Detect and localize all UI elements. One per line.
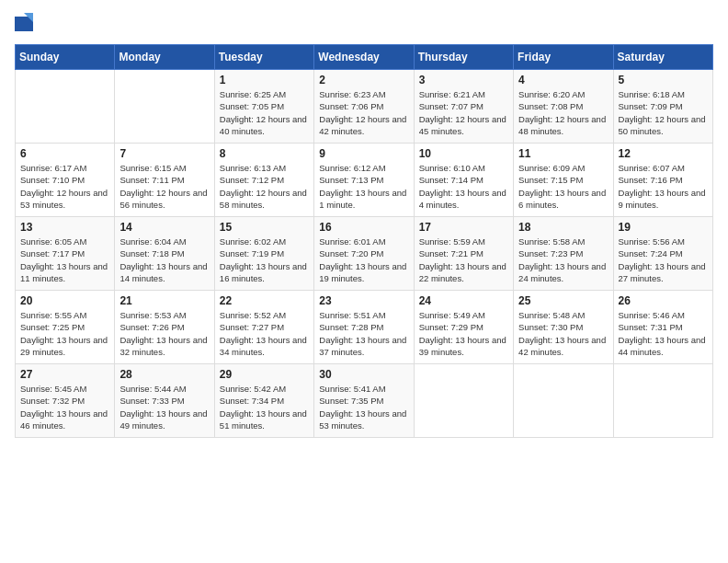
logo-icon [15,13,33,35]
day-info: Sunrise: 5:41 AM Sunset: 7:35 PM Dayligh… [319,383,408,431]
calendar-cell: 9Sunrise: 6:12 AM Sunset: 7:13 PM Daylig… [314,144,414,217]
day-number: 12 [619,147,708,160]
header-wednesday: Wednesday [314,45,414,70]
day-info: Sunrise: 5:46 AM Sunset: 7:31 PM Dayligh… [619,309,708,358]
header-thursday: Thursday [414,45,513,70]
calendar-cell: 3Sunrise: 6:21 AM Sunset: 7:07 PM Daylig… [414,70,513,144]
calendar-cell: 29Sunrise: 5:42 AM Sunset: 7:34 PM Dayli… [214,364,313,438]
day-info: Sunrise: 5:55 AM Sunset: 7:25 PM Dayligh… [20,309,109,358]
calendar-week-5: 27Sunrise: 5:45 AM Sunset: 7:32 PM Dayli… [16,364,713,438]
day-number: 21 [119,294,209,307]
calendar-cell: 23Sunrise: 5:51 AM Sunset: 7:28 PM Dayli… [314,291,414,364]
calendar-cell [16,70,115,144]
calendar-cell: 24Sunrise: 5:49 AM Sunset: 7:29 PM Dayli… [414,291,513,364]
day-number: 18 [518,221,608,234]
calendar-cell: 11Sunrise: 6:09 AM Sunset: 7:15 PM Dayli… [514,144,613,217]
header-saturday: Saturday [613,45,712,70]
day-number: 14 [119,221,209,234]
day-info: Sunrise: 6:23 AM Sunset: 7:06 PM Dayligh… [319,88,408,137]
day-number: 1 [220,74,309,86]
header-tuesday: Tuesday [214,45,313,70]
calendar-cell: 10Sunrise: 6:10 AM Sunset: 7:14 PM Dayli… [414,144,513,217]
day-info: Sunrise: 6:09 AM Sunset: 7:15 PM Dayligh… [518,162,608,211]
day-number: 7 [119,147,209,160]
calendar-table: SundayMondayTuesdayWednesdayThursdayFrid… [15,44,713,438]
calendar-cell: 4Sunrise: 6:20 AM Sunset: 7:08 PM Daylig… [514,70,613,144]
calendar-cell: 5Sunrise: 6:18 AM Sunset: 7:09 PM Daylig… [613,70,712,144]
calendar-cell: 28Sunrise: 5:44 AM Sunset: 7:33 PM Dayli… [115,364,214,438]
day-number: 25 [518,294,608,307]
day-number: 11 [518,147,608,160]
day-info: Sunrise: 5:44 AM Sunset: 7:33 PM Dayligh… [119,383,209,431]
day-number: 6 [20,147,109,160]
calendar-week-1: 1Sunrise: 6:25 AM Sunset: 7:05 PM Daylig… [16,70,713,144]
calendar-cell: 6Sunrise: 6:17 AM Sunset: 7:10 PM Daylig… [16,144,115,217]
day-info: Sunrise: 6:13 AM Sunset: 7:12 PM Dayligh… [220,162,309,211]
calendar-cell [414,364,513,438]
calendar-cell: 19Sunrise: 5:56 AM Sunset: 7:24 PM Dayli… [613,217,712,291]
calendar-cell: 7Sunrise: 6:15 AM Sunset: 7:11 PM Daylig… [115,144,214,217]
calendar-cell: 22Sunrise: 5:52 AM Sunset: 7:27 PM Dayli… [214,291,313,364]
calendar-cell: 18Sunrise: 5:58 AM Sunset: 7:23 PM Dayli… [514,217,613,291]
calendar-cell [115,70,214,144]
day-number: 29 [220,368,309,381]
calendar-cell: 21Sunrise: 5:53 AM Sunset: 7:26 PM Dayli… [115,291,214,364]
day-info: Sunrise: 6:25 AM Sunset: 7:05 PM Dayligh… [220,88,309,137]
calendar-cell [613,364,712,438]
day-number: 3 [419,74,508,86]
day-info: Sunrise: 5:48 AM Sunset: 7:30 PM Dayligh… [518,309,608,358]
calendar-cell: 16Sunrise: 6:01 AM Sunset: 7:20 PM Dayli… [314,217,414,291]
calendar-cell: 27Sunrise: 5:45 AM Sunset: 7:32 PM Dayli… [16,364,115,438]
day-info: Sunrise: 5:42 AM Sunset: 7:34 PM Dayligh… [220,383,309,431]
calendar-cell: 30Sunrise: 5:41 AM Sunset: 7:35 PM Dayli… [314,364,414,438]
calendar-week-2: 6Sunrise: 6:17 AM Sunset: 7:10 PM Daylig… [16,144,713,217]
day-number: 9 [319,147,408,160]
day-number: 10 [419,147,508,160]
day-number: 24 [419,294,508,307]
calendar-cell: 8Sunrise: 6:13 AM Sunset: 7:12 PM Daylig… [214,144,313,217]
calendar-cell: 1Sunrise: 6:25 AM Sunset: 7:05 PM Daylig… [214,70,313,144]
day-info: Sunrise: 6:07 AM Sunset: 7:16 PM Dayligh… [619,162,708,211]
calendar-cell: 13Sunrise: 6:05 AM Sunset: 7:17 PM Dayli… [16,217,115,291]
calendar-cell: 20Sunrise: 5:55 AM Sunset: 7:25 PM Dayli… [16,291,115,364]
calendar-cell [514,364,613,438]
day-info: Sunrise: 6:20 AM Sunset: 7:08 PM Dayligh… [518,88,608,137]
day-number: 13 [20,221,109,234]
day-info: Sunrise: 6:05 AM Sunset: 7:17 PM Dayligh… [20,236,109,284]
day-number: 28 [119,368,209,381]
page-header [15,15,713,37]
calendar-cell: 17Sunrise: 5:59 AM Sunset: 7:21 PM Dayli… [414,217,513,291]
calendar-cell: 26Sunrise: 5:46 AM Sunset: 7:31 PM Dayli… [613,291,712,364]
day-info: Sunrise: 5:51 AM Sunset: 7:28 PM Dayligh… [319,309,408,358]
day-info: Sunrise: 6:21 AM Sunset: 7:07 PM Dayligh… [419,88,508,137]
day-info: Sunrise: 6:12 AM Sunset: 7:13 PM Dayligh… [319,162,408,211]
day-number: 8 [220,147,309,160]
day-info: Sunrise: 6:01 AM Sunset: 7:20 PM Dayligh… [319,236,408,284]
header-monday: Monday [115,45,214,70]
day-info: Sunrise: 5:58 AM Sunset: 7:23 PM Dayligh… [518,236,608,284]
day-number: 20 [20,294,109,307]
day-number: 26 [619,294,708,307]
calendar-week-3: 13Sunrise: 6:05 AM Sunset: 7:17 PM Dayli… [16,217,713,291]
day-number: 4 [518,74,608,86]
day-info: Sunrise: 5:59 AM Sunset: 7:21 PM Dayligh… [419,236,508,284]
day-number: 19 [619,221,708,234]
calendar-cell: 2Sunrise: 6:23 AM Sunset: 7:06 PM Daylig… [314,70,414,144]
day-number: 15 [220,221,309,234]
day-info: Sunrise: 5:56 AM Sunset: 7:24 PM Dayligh… [619,236,708,284]
logo [15,15,37,37]
day-info: Sunrise: 6:15 AM Sunset: 7:11 PM Dayligh… [119,162,209,211]
day-number: 2 [319,74,408,86]
day-number: 5 [619,74,708,86]
day-info: Sunrise: 5:52 AM Sunset: 7:27 PM Dayligh… [220,309,309,358]
calendar-cell: 15Sunrise: 6:02 AM Sunset: 7:19 PM Dayli… [214,217,313,291]
day-info: Sunrise: 6:10 AM Sunset: 7:14 PM Dayligh… [419,162,508,211]
header-friday: Friday [514,45,613,70]
day-info: Sunrise: 5:53 AM Sunset: 7:26 PM Dayligh… [119,309,209,358]
day-info: Sunrise: 5:49 AM Sunset: 7:29 PM Dayligh… [419,309,508,358]
day-info: Sunrise: 6:18 AM Sunset: 7:09 PM Dayligh… [619,88,708,137]
day-info: Sunrise: 5:45 AM Sunset: 7:32 PM Dayligh… [20,383,109,431]
calendar-header-row: SundayMondayTuesdayWednesdayThursdayFrid… [16,45,713,70]
day-number: 17 [419,221,508,234]
header-sunday: Sunday [16,45,115,70]
